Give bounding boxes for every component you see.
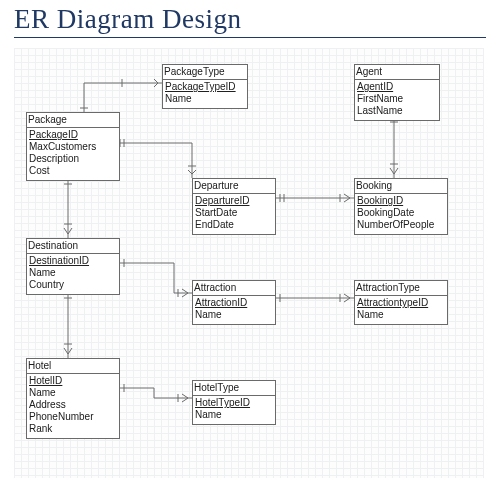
entity-package: Package PackageID MaxCustomers Descripti… — [26, 112, 120, 181]
entity-attr: Address — [29, 399, 117, 411]
svg-line-44 — [182, 398, 188, 402]
entity-header: Attraction — [193, 282, 275, 296]
entity-pk: AgentID — [357, 81, 437, 93]
svg-line-29 — [182, 289, 188, 293]
entity-header: PackageType — [163, 66, 247, 80]
entity-attractiontype: AttractionType AttractiontypeID Name — [354, 280, 448, 325]
entity-pk: HotelID — [29, 375, 117, 387]
entity-header: Hotel — [27, 360, 119, 374]
svg-line-21 — [394, 168, 398, 174]
entity-pk: BookingID — [357, 195, 445, 207]
entity-attr: Name — [195, 409, 273, 421]
entity-pk: AttractionID — [195, 297, 273, 309]
entity-attr: Name — [165, 93, 245, 105]
svg-line-8 — [192, 170, 196, 174]
entity-attr: BookingDate — [357, 207, 445, 219]
entity-header: Destination — [27, 240, 119, 254]
svg-line-39 — [64, 348, 68, 354]
entity-attr: Description — [29, 153, 117, 165]
entity-attr: LastName — [357, 105, 437, 117]
svg-line-2 — [154, 83, 158, 87]
entity-destination: Destination DestinationID Name Country — [26, 238, 120, 295]
entity-agent: Agent AgentID FirstName LastName — [354, 64, 440, 121]
entity-attr: Name — [29, 267, 117, 279]
entity-attr: NumberOfPeople — [357, 219, 445, 231]
entity-attr: Name — [357, 309, 445, 321]
entity-pk: AttractiontypeID — [357, 297, 445, 309]
entity-attr: Name — [29, 387, 117, 399]
entity-attr: MaxCustomers — [29, 141, 117, 153]
entity-pk: PackageTypeID — [165, 81, 245, 93]
svg-line-33 — [344, 294, 350, 298]
entity-departure: Departure DepartureID StartDate EndDate — [192, 178, 276, 235]
entity-hotel: Hotel HotelID Name Address PhoneNumber R… — [26, 358, 120, 439]
entity-attr: EndDate — [195, 219, 273, 231]
entity-hoteltype: HotelType HotelTypeID Name — [192, 380, 276, 425]
entity-pk: PackageID — [29, 129, 117, 141]
entity-header: Booking — [355, 180, 447, 194]
svg-line-34 — [344, 298, 350, 302]
er-diagram-canvas: PackageType PackageTypeID Name Agent Age… — [14, 48, 484, 478]
svg-line-30 — [182, 293, 188, 297]
svg-line-16 — [344, 198, 350, 202]
entity-header: AttractionType — [355, 282, 447, 296]
entity-attr: FirstName — [357, 93, 437, 105]
svg-line-1 — [154, 79, 158, 83]
title-underline — [14, 37, 486, 38]
svg-line-20 — [390, 168, 394, 174]
svg-line-26 — [68, 228, 72, 234]
entity-attraction: Attraction AttractionID Name — [192, 280, 276, 325]
page-title: ER Diagram Design — [0, 0, 500, 37]
svg-line-25 — [64, 228, 68, 234]
svg-line-40 — [68, 348, 72, 354]
svg-line-15 — [344, 194, 350, 198]
entity-pk: DepartureID — [195, 195, 273, 207]
entity-attr: Country — [29, 279, 117, 291]
entity-pk: DestinationID — [29, 255, 117, 267]
svg-line-7 — [188, 170, 192, 174]
entity-packagetype: PackageType PackageTypeID Name — [162, 64, 248, 109]
svg-line-43 — [182, 394, 188, 398]
entity-attr: Rank — [29, 423, 117, 435]
entity-header: Package — [27, 114, 119, 128]
entity-header: Agent — [355, 66, 439, 80]
entity-header: HotelType — [193, 382, 275, 396]
entity-attr: Cost — [29, 165, 117, 177]
entity-header: Departure — [193, 180, 275, 194]
entity-attr: PhoneNumber — [29, 411, 117, 423]
entity-booking: Booking BookingID BookingDate NumberOfPe… — [354, 178, 448, 235]
entity-attr: Name — [195, 309, 273, 321]
entity-pk: HotelTypeID — [195, 397, 273, 409]
entity-attr: StartDate — [195, 207, 273, 219]
